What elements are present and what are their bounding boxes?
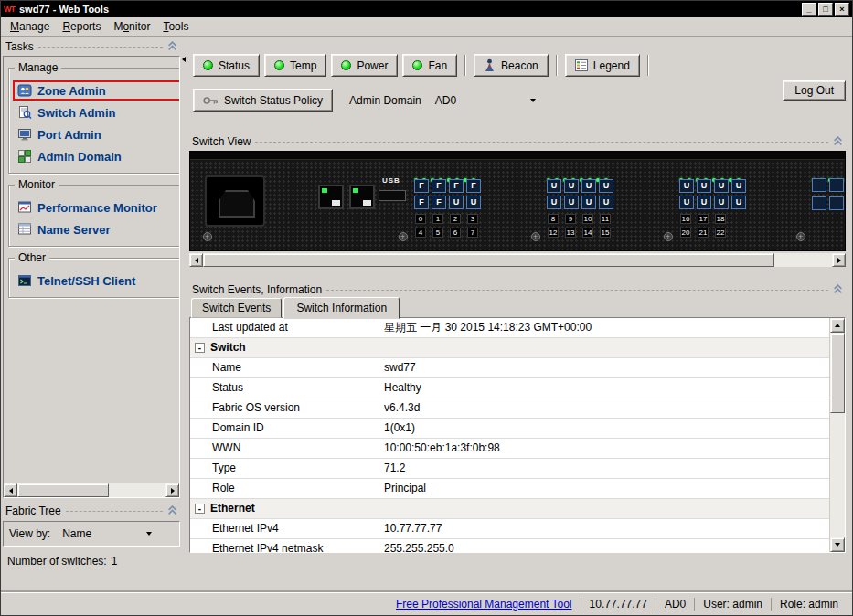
table-row[interactable]: Last updated at 星期五 一月 30 2015 14:18:23 … bbox=[190, 318, 829, 338]
port-number-row: 202122 bbox=[680, 225, 749, 238]
status-admin-domain: AD0 bbox=[656, 598, 694, 611]
tab-switch-events[interactable]: Switch Events bbox=[191, 298, 282, 318]
port-square[interactable]: U bbox=[564, 196, 579, 209]
close-button[interactable]: × bbox=[835, 3, 849, 16]
left-arrow-icon bbox=[195, 258, 198, 263]
management-tool-link[interactable]: Free Professional Management Tool bbox=[388, 598, 581, 611]
admin-domain-dropdown[interactable]: AD0 bbox=[431, 92, 540, 109]
port-square[interactable]: U bbox=[731, 196, 746, 209]
port-square[interactable]: U bbox=[466, 196, 481, 209]
scroll-right-button[interactable] bbox=[165, 483, 179, 497]
task-zone-admin[interactable]: Zone Admin bbox=[13, 80, 180, 101]
menu-item-manage[interactable]: Manage bbox=[4, 18, 56, 35]
port-square[interactable]: F bbox=[449, 179, 464, 193]
menu-item-monitor[interactable]: Monitor bbox=[107, 18, 156, 35]
port-square[interactable]: F bbox=[432, 196, 446, 209]
table-row[interactable]: Ethernet IPv4 netmask 255.255.255.0 bbox=[190, 539, 829, 552]
admin-domain-icon bbox=[17, 149, 32, 164]
scrollbar-thumb[interactable] bbox=[830, 333, 845, 413]
port-square[interactable]: U bbox=[679, 196, 694, 209]
collapse-toggle-icon[interactable] bbox=[195, 343, 205, 353]
table-row[interactable]: Status Healthy bbox=[190, 378, 829, 398]
beacon-button[interactable]: Beacon bbox=[474, 54, 549, 77]
collapse-toggle-icon[interactable] bbox=[195, 504, 205, 514]
port-square[interactable]: U bbox=[697, 179, 711, 193]
table-row[interactable]: Name swd77 bbox=[190, 358, 829, 378]
port-square[interactable] bbox=[812, 196, 826, 210]
port-admin-icon bbox=[17, 127, 32, 142]
table-row[interactable]: Ethernet IPv4 10.77.77.77 bbox=[190, 519, 829, 539]
scroll-up-button[interactable] bbox=[830, 318, 845, 333]
button-label: Temp bbox=[290, 59, 316, 72]
scrollbar-thumb[interactable] bbox=[203, 253, 774, 267]
collapse-chevron-icon[interactable] bbox=[833, 136, 843, 146]
port-number: 1 bbox=[432, 214, 443, 224]
table-row[interactable]: Type 71.2 bbox=[190, 459, 829, 479]
log-out-button[interactable]: Log Out bbox=[783, 80, 846, 101]
port-square[interactable]: U bbox=[599, 179, 613, 193]
task-port-admin[interactable]: Port Admin bbox=[13, 124, 180, 144]
port-square[interactable]: F bbox=[414, 196, 429, 209]
port-square[interactable]: U bbox=[547, 196, 561, 209]
port-square[interactable]: U bbox=[714, 196, 729, 209]
legend-button[interactable]: Legend bbox=[565, 54, 640, 77]
screw-icon bbox=[203, 232, 212, 241]
led-row bbox=[547, 172, 617, 178]
task-switch-admin[interactable]: Switch Admin bbox=[13, 102, 180, 122]
task-performance-monitor[interactable]: Performance Monitor bbox=[13, 197, 180, 218]
port-square[interactable]: U bbox=[731, 179, 746, 193]
port-square[interactable] bbox=[812, 178, 826, 192]
switch-front-panel-image[interactable]: USB FFFFFFUU01234567UUUUUUUU891011121314… bbox=[189, 151, 846, 251]
port-square[interactable]: U bbox=[547, 179, 561, 193]
fan-button[interactable]: Fan bbox=[402, 54, 457, 77]
port-square[interactable]: U bbox=[679, 179, 694, 193]
port-square[interactable] bbox=[829, 196, 844, 210]
table-group-row[interactable]: Switch bbox=[190, 338, 829, 358]
collapse-chevron-icon[interactable] bbox=[167, 505, 177, 515]
port-square[interactable]: U bbox=[714, 179, 729, 193]
task-admin-domain[interactable]: Admin Domain bbox=[13, 146, 180, 166]
temp-button[interactable]: Temp bbox=[264, 54, 326, 77]
collapse-chevron-icon[interactable] bbox=[167, 41, 177, 51]
property-value: 255.255.255.0 bbox=[384, 539, 829, 552]
port-square[interactable]: U bbox=[599, 196, 613, 209]
switch-count-row: Number of switches: 1 bbox=[7, 555, 117, 568]
task-telnet-ssh-client[interactable]: Telnet/SSH Client bbox=[13, 271, 180, 291]
port-square[interactable]: U bbox=[581, 196, 596, 209]
port-number-row: 0123 bbox=[415, 211, 485, 224]
port-square[interactable]: F bbox=[466, 179, 481, 193]
tab-switch-information[interactable]: Switch Information bbox=[283, 297, 400, 319]
port-square[interactable]: U bbox=[581, 179, 596, 193]
power-button[interactable]: Power bbox=[331, 54, 398, 77]
table-row[interactable]: WWN 10:00:50:eb:1a:3f:0b:98 bbox=[190, 439, 829, 459]
maximize-button[interactable]: □ bbox=[818, 3, 833, 16]
table-row[interactable]: Domain ID 1(0x1) bbox=[190, 419, 829, 439]
collapse-chevron-icon[interactable] bbox=[833, 284, 843, 294]
scroll-right-button[interactable] bbox=[832, 253, 846, 267]
status-button[interactable]: Status bbox=[193, 54, 260, 77]
port-square[interactable] bbox=[829, 178, 844, 192]
property-value: 1(0x1) bbox=[384, 419, 829, 438]
led-row bbox=[414, 172, 485, 178]
view-by-dropdown[interactable]: Name bbox=[58, 526, 156, 542]
switch-status-policy-button[interactable]: Switch Status Policy bbox=[193, 89, 333, 112]
port-square[interactable]: F bbox=[414, 179, 429, 193]
menu-item-tools[interactable]: Tools bbox=[156, 18, 195, 35]
scroll-down-button[interactable] bbox=[830, 537, 845, 552]
scrollbar-thumb[interactable] bbox=[17, 483, 109, 497]
scroll-left-button[interactable] bbox=[4, 483, 17, 497]
table-row[interactable]: Role Principal bbox=[190, 479, 829, 499]
status-user: User: admin bbox=[694, 598, 771, 611]
scroll-left-button[interactable] bbox=[189, 253, 203, 267]
menu-item-reports[interactable]: Reports bbox=[56, 18, 107, 35]
table-row[interactable]: Fabric OS version v6.4.3d bbox=[190, 398, 829, 419]
minimize-button[interactable]: _ bbox=[802, 3, 816, 16]
port-square[interactable]: F bbox=[432, 179, 446, 193]
collapse-sidebar-arrow[interactable] bbox=[182, 57, 186, 62]
table-group-row[interactable]: Ethernet bbox=[190, 499, 829, 519]
port-square[interactable]: U bbox=[564, 179, 579, 193]
task-name-server[interactable]: Name Server bbox=[13, 219, 180, 239]
port-square[interactable]: U bbox=[449, 196, 464, 209]
port-square[interactable]: U bbox=[697, 196, 711, 209]
property-value: 10.77.77.77 bbox=[384, 519, 829, 538]
